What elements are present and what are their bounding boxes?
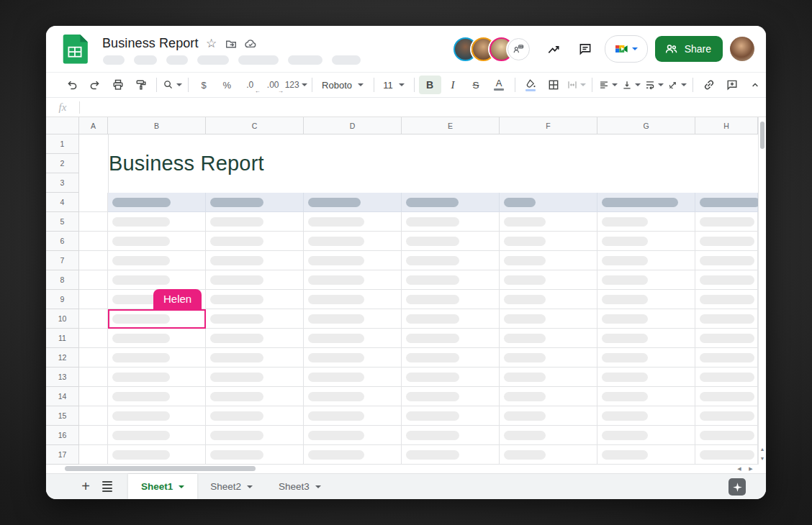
- grid-cell[interactable]: [206, 270, 304, 290]
- row-header[interactable]: 8: [46, 270, 79, 290]
- grid-cell[interactable]: [597, 329, 695, 348]
- row-header[interactable]: 16: [46, 426, 79, 445]
- grid-cell[interactable]: [695, 251, 758, 270]
- zoom-dropdown-caret[interactable]: [176, 83, 182, 89]
- scroll-left-button[interactable]: ◀: [734, 465, 744, 472]
- grid-cell[interactable]: [304, 406, 402, 426]
- grid-cell[interactable]: [206, 426, 304, 445]
- row-header[interactable]: 11: [46, 329, 79, 348]
- grid-cell[interactable]: [79, 154, 108, 173]
- grid-cell[interactable]: [695, 426, 758, 445]
- grid-cell[interactable]: [597, 232, 695, 251]
- grid-cell[interactable]: [108, 445, 206, 465]
- grid-cell[interactable]: [500, 445, 597, 465]
- grid-cell[interactable]: [597, 387, 695, 406]
- insert-comment-button[interactable]: [721, 76, 743, 94]
- grid-cell[interactable]: [304, 445, 402, 465]
- grid-cell[interactable]: [500, 251, 597, 270]
- grid-cell[interactable]: [206, 309, 304, 329]
- row-header[interactable]: 10: [46, 309, 79, 329]
- grid-cell[interactable]: [695, 406, 758, 426]
- explore-button[interactable]: [728, 478, 746, 496]
- grid-cell[interactable]: [597, 270, 695, 290]
- horizontal-align-button[interactable]: [597, 76, 619, 94]
- zoom-button[interactable]: [161, 76, 184, 94]
- grid-cell[interactable]: [304, 329, 402, 348]
- grid-cell[interactable]: [500, 426, 597, 445]
- grid-cell[interactable]: [108, 232, 206, 251]
- grid-cell[interactable]: [695, 270, 758, 290]
- grid-cell[interactable]: [304, 251, 402, 270]
- column-header[interactable]: A: [79, 117, 108, 134]
- grid-cell[interactable]: [597, 173, 695, 193]
- grid-cell[interactable]: [206, 154, 304, 173]
- format-percent-button[interactable]: %: [216, 76, 238, 94]
- horizontal-scrollbar-thumb[interactable]: [65, 466, 256, 471]
- grid-cell[interactable]: [695, 193, 758, 212]
- document-title[interactable]: Business Report: [102, 36, 199, 51]
- grid-cell[interactable]: [206, 173, 304, 193]
- grid-cell[interactable]: [500, 270, 597, 290]
- grid-cell[interactable]: [597, 445, 695, 465]
- grid-cell[interactable]: [108, 426, 206, 445]
- trend-insights-icon[interactable]: [541, 37, 566, 61]
- grid-cell[interactable]: [402, 232, 500, 251]
- scroll-down-button[interactable]: ▼: [759, 454, 766, 463]
- column-header[interactable]: G: [597, 117, 695, 134]
- grid-cell[interactable]: [206, 387, 304, 406]
- grid-cell[interactable]: [79, 309, 108, 329]
- grid-cell[interactable]: [206, 348, 304, 368]
- grid-cell[interactable]: [79, 348, 108, 368]
- grid-cell[interactable]: [79, 232, 108, 251]
- grid-corner[interactable]: [46, 117, 79, 134]
- grid-cell[interactable]: [695, 212, 758, 232]
- fill-color-button[interactable]: [519, 76, 541, 94]
- text-wrap-button[interactable]: [643, 76, 665, 94]
- grid-cell[interactable]: [206, 193, 304, 212]
- grid-cell[interactable]: [402, 445, 500, 465]
- grid-cell[interactable]: [500, 232, 597, 251]
- row-header[interactable]: 17: [46, 445, 79, 465]
- grid-cell[interactable]: [597, 348, 695, 368]
- vertical-scrollbar-thumb[interactable]: [760, 122, 764, 149]
- grid-cell[interactable]: [79, 387, 108, 406]
- grid-cell[interactable]: [597, 290, 695, 309]
- print-button[interactable]: [107, 76, 129, 94]
- comment-history-icon[interactable]: [573, 37, 597, 61]
- borders-button[interactable]: [542, 76, 564, 94]
- grid-cell[interactable]: [108, 212, 206, 232]
- share-button[interactable]: Share: [655, 36, 723, 62]
- grid-cell[interactable]: [500, 368, 597, 387]
- tab-sheet3[interactable]: Sheet3: [266, 474, 334, 499]
- tab-sheet2[interactable]: Sheet2: [197, 474, 266, 499]
- merge-cells-caret[interactable]: [580, 83, 586, 89]
- vertical-align-button[interactable]: [620, 76, 642, 94]
- row-header[interactable]: 14: [46, 387, 79, 406]
- toolbar-collapse-button[interactable]: [744, 76, 766, 94]
- grid-cell[interactable]: [206, 368, 304, 387]
- grid-cell[interactable]: [695, 329, 758, 348]
- tab-sheet1[interactable]: Sheet1: [128, 474, 197, 499]
- increase-decimal-button[interactable]: .00→: [262, 76, 284, 94]
- row-header[interactable]: 12: [46, 348, 79, 368]
- font-size-caret[interactable]: [399, 83, 405, 89]
- column-header[interactable]: D: [304, 117, 402, 134]
- grid-cell[interactable]: [206, 134, 304, 154]
- grid-cell[interactable]: [695, 387, 758, 406]
- grid-cell[interactable]: [304, 270, 402, 290]
- sheets-logo-icon[interactable]: [61, 34, 89, 64]
- grid-cell[interactable]: [695, 134, 758, 154]
- grid-cell[interactable]: [79, 406, 108, 426]
- grid-cell[interactable]: [500, 348, 597, 368]
- grid-cell[interactable]: [402, 426, 500, 445]
- grid-cell[interactable]: [304, 368, 402, 387]
- grid-cell[interactable]: [108, 387, 206, 406]
- grid-cell[interactable]: [402, 368, 500, 387]
- grid-cell[interactable]: [402, 212, 500, 232]
- row-header[interactable]: 4: [46, 193, 79, 212]
- grid-cell[interactable]: [402, 329, 500, 348]
- grid-cell[interactable]: [108, 134, 206, 154]
- horizontal-align-caret[interactable]: [612, 83, 618, 89]
- italic-button[interactable]: I: [442, 76, 464, 94]
- number-format-button[interactable]: 123: [285, 76, 307, 94]
